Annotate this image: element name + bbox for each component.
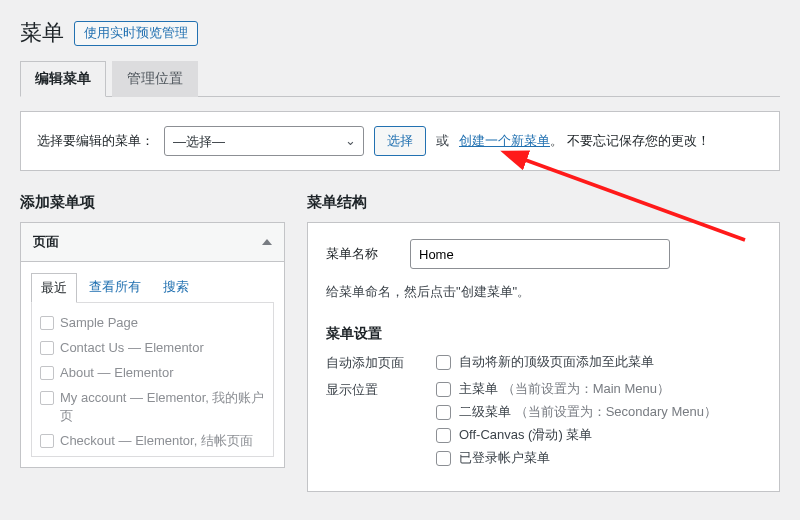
checkbox[interactable] <box>40 316 54 330</box>
pages-subtabs: 最近 查看所有 搜索 <box>21 262 284 302</box>
caret-up-icon <box>262 239 272 245</box>
pages-metabox-title: 页面 <box>33 233 59 251</box>
list-item[interactable]: About — Elementor <box>38 361 267 386</box>
tab-bar: 编辑菜单 管理位置 <box>20 60 780 97</box>
location-option-main[interactable]: 主菜单 （当前设置为：Main Menu） <box>436 380 717 398</box>
checkbox[interactable] <box>40 391 54 405</box>
tab-edit-menus[interactable]: 编辑菜单 <box>20 61 106 97</box>
list-item[interactable]: Contact Us — Elementor <box>38 336 267 361</box>
select-menu-label: 选择要编辑的菜单： <box>37 132 154 150</box>
auto-add-label: 自动添加页面 <box>326 353 436 372</box>
checkbox[interactable] <box>436 451 451 466</box>
live-preview-button[interactable]: 使用实时预览管理 <box>74 21 198 46</box>
checkbox[interactable] <box>40 341 54 355</box>
menu-selector-panel: 选择要编辑的菜单： —选择— ⌄ 选择 或 创建一个新菜单。 不要忘记保存您的更… <box>20 111 780 171</box>
tab-manage-locations[interactable]: 管理位置 <box>112 61 198 97</box>
list-item[interactable]: Sample Page <box>38 311 267 336</box>
save-reminder: 不要忘记保存您的更改！ <box>567 133 710 148</box>
location-option-loggedin[interactable]: 已登录帐户菜单 <box>436 449 717 467</box>
menu-structure-panel: 菜单名称 给菜单命名，然后点击"创建菜单"。 菜单设置 自动添加页面 自动将新的… <box>307 222 780 492</box>
checkbox[interactable] <box>436 428 451 443</box>
checkbox[interactable] <box>436 355 451 370</box>
auto-add-option[interactable]: 自动将新的顶级页面添加至此菜单 <box>436 353 654 371</box>
menu-name-label: 菜单名称 <box>326 245 396 263</box>
checkbox[interactable] <box>436 382 451 397</box>
page-title: 菜单 <box>20 18 64 48</box>
subtab-search[interactable]: 搜索 <box>153 272 199 302</box>
create-menu-note: 给菜单命名，然后点击"创建菜单"。 <box>326 283 761 301</box>
display-location-label: 显示位置 <box>326 380 436 399</box>
selector-period: 。 <box>550 133 563 148</box>
add-menu-items-heading: 添加菜单项 <box>20 193 285 212</box>
menu-name-input[interactable] <box>410 239 670 269</box>
menu-select[interactable]: —选择— <box>164 126 364 156</box>
location-option-secondary[interactable]: 二级菜单 （当前设置为：Secondary Menu） <box>436 403 717 421</box>
subtab-view-all[interactable]: 查看所有 <box>79 272 151 302</box>
checkbox[interactable] <box>436 405 451 420</box>
selector-or: 或 <box>436 132 449 150</box>
subtab-recent[interactable]: 最近 <box>31 273 77 303</box>
pages-metabox-toggle[interactable]: 页面 <box>21 223 284 262</box>
menu-settings-heading: 菜单设置 <box>326 325 761 343</box>
select-button[interactable]: 选择 <box>374 126 426 156</box>
checkbox[interactable] <box>40 366 54 380</box>
list-item[interactable]: Checkout — Elementor, 结帐页面 <box>38 429 267 454</box>
list-item[interactable]: My account — Elementor, 我的账户页 <box>38 386 267 430</box>
checkbox[interactable] <box>40 434 54 448</box>
create-new-menu-link[interactable]: 创建一个新菜单 <box>459 133 550 148</box>
menu-structure-heading: 菜单结构 <box>307 193 780 212</box>
pages-metabox: 页面 最近 查看所有 搜索 Sample Page Contact Us — E… <box>20 222 285 468</box>
pages-list[interactable]: Sample Page Contact Us — Elementor About… <box>31 302 274 457</box>
location-option-offcanvas[interactable]: Off-Canvas (滑动) 菜单 <box>436 426 717 444</box>
